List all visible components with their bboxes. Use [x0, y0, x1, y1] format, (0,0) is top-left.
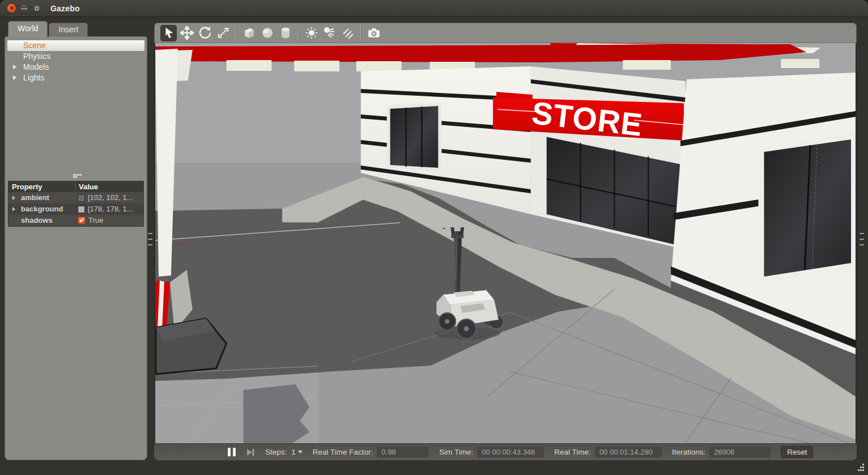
tool-rotate-button[interactable]: [197, 25, 213, 41]
toolbar-separator: [236, 26, 236, 40]
tree-item-lights-label: Lights: [23, 73, 44, 82]
tree-item-models[interactable]: Models: [7, 62, 144, 73]
gazebo-window: ✕ — Gazebo World Insert Scene Physics Mo…: [0, 0, 868, 475]
scene-tree: Scene Physics Models Lights: [7, 40, 144, 83]
sidebar-tabs: World Insert: [8, 21, 88, 37]
window-titlebar[interactable]: ✕ — Gazebo: [0, 0, 868, 17]
color-swatch[interactable]: [78, 194, 85, 202]
right-splitter-handle[interactable]: [860, 233, 865, 245]
maximize-button[interactable]: [32, 3, 41, 13]
property-value: [102, 102, 1...: [88, 192, 133, 203]
rotate-icon: [198, 26, 212, 40]
iterations-label: Iterations:: [672, 448, 705, 456]
table-row-ambient[interactable]: ambient [102, 102, 1...: [8, 192, 143, 203]
steps-value[interactable]: 1: [291, 448, 296, 456]
tool-translate-button[interactable]: [178, 25, 195, 41]
property-value: True: [88, 215, 103, 226]
viewport-3d-scene[interactable]: STORE: [154, 43, 857, 443]
expander-icon[interactable]: [12, 196, 15, 200]
rtf-label: Real Time Factor:: [313, 448, 373, 456]
table-row-shadows[interactable]: shadows ✔True: [8, 215, 143, 226]
header-property: Property: [8, 181, 75, 192]
red-awning: [155, 44, 806, 62]
tool-cylinder-button[interactable]: [277, 25, 293, 41]
property-name: ambient: [21, 193, 49, 202]
tool-screenshot-button[interactable]: [365, 25, 382, 41]
spot-light-icon: [323, 26, 337, 40]
maximize-icon: [35, 7, 39, 10]
step-icon: [246, 448, 255, 457]
expander-icon[interactable]: [12, 207, 15, 211]
tab-world[interactable]: World: [8, 21, 48, 37]
tool-sphere-button[interactable]: [259, 25, 275, 41]
render-viewport: STORE: [154, 23, 857, 460]
resize-grip-icon[interactable]: [856, 464, 865, 472]
close-button[interactable]: ✕: [7, 3, 16, 13]
table-row-background[interactable]: background [178, 178, 1...: [8, 203, 143, 215]
left-splitter-handle[interactable]: [148, 233, 154, 245]
tool-box-button[interactable]: [241, 25, 257, 41]
real-time-label: Real Time:: [554, 448, 591, 456]
pause-button[interactable]: [228, 448, 236, 456]
tree-item-scene[interactable]: Scene: [7, 40, 144, 51]
step-button[interactable]: [246, 448, 255, 457]
cylinder-icon: [279, 26, 292, 40]
sim-time-label: Sim Time:: [439, 448, 473, 456]
sphere-icon: [261, 26, 274, 40]
property-name: background: [21, 205, 63, 213]
steps-label: Steps:: [265, 448, 287, 456]
color-swatch[interactable]: [78, 206, 85, 213]
toolbar-separator: [298, 26, 299, 40]
box-icon: [242, 26, 256, 40]
rtf-value[interactable]: 0.98: [377, 447, 429, 457]
tab-insert[interactable]: Insert: [49, 23, 88, 37]
splitter-grip-icon[interactable]: [73, 174, 82, 178]
directional-light-icon: [341, 26, 355, 40]
tool-point-light-button[interactable]: [303, 25, 320, 41]
tool-scale-button[interactable]: [215, 25, 231, 41]
expander-icon[interactable]: [13, 65, 16, 69]
translate-icon: [180, 26, 194, 40]
tool-directional-light-button[interactable]: [339, 25, 356, 41]
tool-select-button[interactable]: [160, 25, 177, 41]
tree-item-scene-label: Scene: [23, 41, 46, 50]
sim-time-value[interactable]: 00 00:00:43.348: [477, 447, 544, 457]
minimize-button[interactable]: —: [19, 3, 29, 13]
select-arrow-icon: [163, 27, 175, 39]
header-value: Value: [75, 181, 143, 192]
simulation-statusbar: Steps: 1 Real Time Factor: 0.98 Sim Time…: [154, 443, 857, 460]
point-light-icon: [305, 26, 318, 40]
world-panel: Scene Physics Models Lights Property Val…: [5, 36, 147, 460]
property-table: Property Value ambient [102, 102, 1... b…: [8, 181, 144, 227]
tree-item-lights[interactable]: Lights: [7, 73, 144, 83]
real-time-value[interactable]: 00 00:01:14.280: [595, 447, 662, 457]
iterations-value[interactable]: 26906: [709, 447, 771, 457]
tree-item-physics[interactable]: Physics: [7, 51, 144, 62]
dark-silhouette: [243, 384, 309, 443]
expander-icon[interactable]: [13, 75, 16, 80]
property-table-header: Property Value: [8, 181, 143, 192]
reset-button[interactable]: Reset: [781, 446, 813, 458]
shadows-checkbox[interactable]: ✔: [78, 217, 86, 224]
camera-icon: [367, 26, 381, 40]
viewport-toolbar: [154, 23, 857, 43]
property-value: [178, 178, 1...: [88, 203, 133, 215]
tree-item-models-label: Models: [23, 62, 49, 71]
window-title: Gazebo: [50, 4, 80, 13]
tool-spot-light-button[interactable]: [321, 25, 338, 41]
toolbar-separator: [360, 26, 361, 40]
scale-icon: [216, 26, 230, 40]
property-name: shadows: [21, 216, 53, 224]
tree-item-physics-label: Physics: [23, 52, 50, 61]
steps-spinner-icon[interactable]: [298, 451, 303, 453]
